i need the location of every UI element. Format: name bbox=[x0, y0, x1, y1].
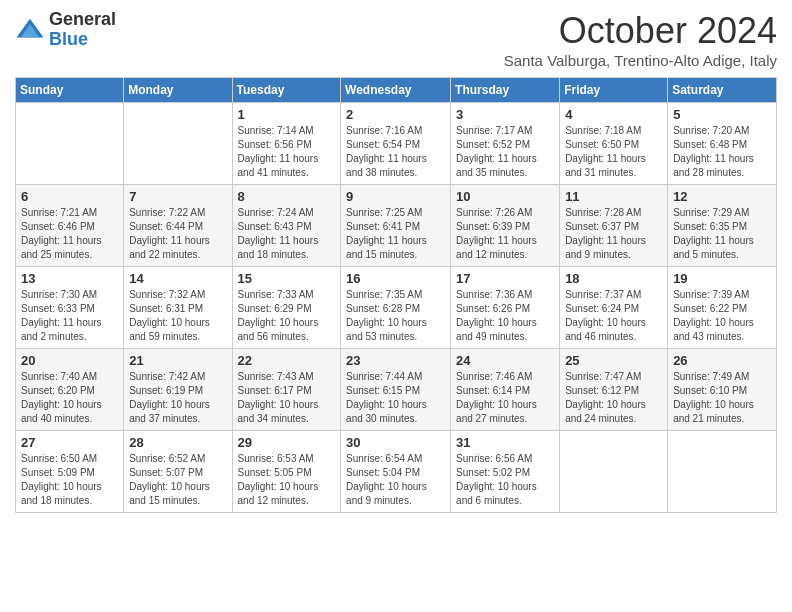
day-info: Sunrise: 6:50 AMSunset: 5:09 PMDaylight:… bbox=[21, 452, 118, 508]
week-row-4: 20Sunrise: 7:40 AMSunset: 6:20 PMDayligh… bbox=[16, 349, 777, 431]
day-info: Sunrise: 7:28 AMSunset: 6:37 PMDaylight:… bbox=[565, 206, 662, 262]
day-number: 2 bbox=[346, 107, 445, 122]
month-title: October 2024 bbox=[504, 10, 777, 52]
calendar-cell: 31Sunrise: 6:56 AMSunset: 5:02 PMDayligh… bbox=[451, 431, 560, 513]
day-info: Sunrise: 7:22 AMSunset: 6:44 PMDaylight:… bbox=[129, 206, 226, 262]
calendar-cell: 15Sunrise: 7:33 AMSunset: 6:29 PMDayligh… bbox=[232, 267, 341, 349]
day-info: Sunrise: 7:14 AMSunset: 6:56 PMDaylight:… bbox=[238, 124, 336, 180]
day-number: 31 bbox=[456, 435, 554, 450]
day-info: Sunrise: 7:21 AMSunset: 6:46 PMDaylight:… bbox=[21, 206, 118, 262]
calendar-cell: 30Sunrise: 6:54 AMSunset: 5:04 PMDayligh… bbox=[341, 431, 451, 513]
day-info: Sunrise: 7:37 AMSunset: 6:24 PMDaylight:… bbox=[565, 288, 662, 344]
header-thursday: Thursday bbox=[451, 78, 560, 103]
day-number: 22 bbox=[238, 353, 336, 368]
calendar-cell: 26Sunrise: 7:49 AMSunset: 6:10 PMDayligh… bbox=[668, 349, 777, 431]
day-number: 11 bbox=[565, 189, 662, 204]
day-info: Sunrise: 6:52 AMSunset: 5:07 PMDaylight:… bbox=[129, 452, 226, 508]
page-header: General Blue October 2024 Santa Valburga… bbox=[15, 10, 777, 69]
day-number: 15 bbox=[238, 271, 336, 286]
day-info: Sunrise: 7:30 AMSunset: 6:33 PMDaylight:… bbox=[21, 288, 118, 344]
day-number: 20 bbox=[21, 353, 118, 368]
week-row-5: 27Sunrise: 6:50 AMSunset: 5:09 PMDayligh… bbox=[16, 431, 777, 513]
header-monday: Monday bbox=[124, 78, 232, 103]
calendar-cell: 11Sunrise: 7:28 AMSunset: 6:37 PMDayligh… bbox=[560, 185, 668, 267]
header-row: SundayMondayTuesdayWednesdayThursdayFrid… bbox=[16, 78, 777, 103]
day-info: Sunrise: 7:25 AMSunset: 6:41 PMDaylight:… bbox=[346, 206, 445, 262]
day-number: 18 bbox=[565, 271, 662, 286]
calendar-cell: 14Sunrise: 7:32 AMSunset: 6:31 PMDayligh… bbox=[124, 267, 232, 349]
calendar-cell: 18Sunrise: 7:37 AMSunset: 6:24 PMDayligh… bbox=[560, 267, 668, 349]
calendar-cell bbox=[16, 103, 124, 185]
header-saturday: Saturday bbox=[668, 78, 777, 103]
calendar-cell: 9Sunrise: 7:25 AMSunset: 6:41 PMDaylight… bbox=[341, 185, 451, 267]
day-info: Sunrise: 7:39 AMSunset: 6:22 PMDaylight:… bbox=[673, 288, 771, 344]
day-number: 19 bbox=[673, 271, 771, 286]
day-number: 24 bbox=[456, 353, 554, 368]
calendar-cell: 1Sunrise: 7:14 AMSunset: 6:56 PMDaylight… bbox=[232, 103, 341, 185]
day-number: 3 bbox=[456, 107, 554, 122]
calendar-cell: 23Sunrise: 7:44 AMSunset: 6:15 PMDayligh… bbox=[341, 349, 451, 431]
day-info: Sunrise: 7:26 AMSunset: 6:39 PMDaylight:… bbox=[456, 206, 554, 262]
calendar-cell bbox=[668, 431, 777, 513]
header-friday: Friday bbox=[560, 78, 668, 103]
day-number: 28 bbox=[129, 435, 226, 450]
day-number: 13 bbox=[21, 271, 118, 286]
calendar-cell: 16Sunrise: 7:35 AMSunset: 6:28 PMDayligh… bbox=[341, 267, 451, 349]
header-wednesday: Wednesday bbox=[341, 78, 451, 103]
day-number: 12 bbox=[673, 189, 771, 204]
day-number: 26 bbox=[673, 353, 771, 368]
day-number: 5 bbox=[673, 107, 771, 122]
calendar-cell: 10Sunrise: 7:26 AMSunset: 6:39 PMDayligh… bbox=[451, 185, 560, 267]
day-info: Sunrise: 7:20 AMSunset: 6:48 PMDaylight:… bbox=[673, 124, 771, 180]
day-number: 30 bbox=[346, 435, 445, 450]
week-row-2: 6Sunrise: 7:21 AMSunset: 6:46 PMDaylight… bbox=[16, 185, 777, 267]
calendar-cell: 24Sunrise: 7:46 AMSunset: 6:14 PMDayligh… bbox=[451, 349, 560, 431]
day-number: 29 bbox=[238, 435, 336, 450]
calendar-cell: 8Sunrise: 7:24 AMSunset: 6:43 PMDaylight… bbox=[232, 185, 341, 267]
day-number: 17 bbox=[456, 271, 554, 286]
day-number: 6 bbox=[21, 189, 118, 204]
calendar-cell: 6Sunrise: 7:21 AMSunset: 6:46 PMDaylight… bbox=[16, 185, 124, 267]
day-number: 27 bbox=[21, 435, 118, 450]
logo-text: General Blue bbox=[49, 10, 116, 50]
calendar-cell: 4Sunrise: 7:18 AMSunset: 6:50 PMDaylight… bbox=[560, 103, 668, 185]
calendar-cell: 3Sunrise: 7:17 AMSunset: 6:52 PMDaylight… bbox=[451, 103, 560, 185]
day-number: 10 bbox=[456, 189, 554, 204]
day-number: 23 bbox=[346, 353, 445, 368]
day-info: Sunrise: 7:17 AMSunset: 6:52 PMDaylight:… bbox=[456, 124, 554, 180]
day-info: Sunrise: 7:43 AMSunset: 6:17 PMDaylight:… bbox=[238, 370, 336, 426]
day-info: Sunrise: 7:16 AMSunset: 6:54 PMDaylight:… bbox=[346, 124, 445, 180]
day-number: 1 bbox=[238, 107, 336, 122]
day-number: 25 bbox=[565, 353, 662, 368]
day-info: Sunrise: 7:29 AMSunset: 6:35 PMDaylight:… bbox=[673, 206, 771, 262]
header-sunday: Sunday bbox=[16, 78, 124, 103]
week-row-3: 13Sunrise: 7:30 AMSunset: 6:33 PMDayligh… bbox=[16, 267, 777, 349]
logo: General Blue bbox=[15, 10, 116, 50]
day-number: 21 bbox=[129, 353, 226, 368]
day-info: Sunrise: 6:56 AMSunset: 5:02 PMDaylight:… bbox=[456, 452, 554, 508]
calendar-cell: 22Sunrise: 7:43 AMSunset: 6:17 PMDayligh… bbox=[232, 349, 341, 431]
day-info: Sunrise: 7:36 AMSunset: 6:26 PMDaylight:… bbox=[456, 288, 554, 344]
calendar-cell: 7Sunrise: 7:22 AMSunset: 6:44 PMDaylight… bbox=[124, 185, 232, 267]
calendar-cell bbox=[124, 103, 232, 185]
logo-general-text: General bbox=[49, 10, 116, 30]
day-info: Sunrise: 7:46 AMSunset: 6:14 PMDaylight:… bbox=[456, 370, 554, 426]
calendar-cell: 5Sunrise: 7:20 AMSunset: 6:48 PMDaylight… bbox=[668, 103, 777, 185]
calendar-cell: 28Sunrise: 6:52 AMSunset: 5:07 PMDayligh… bbox=[124, 431, 232, 513]
title-section: October 2024 Santa Valburga, Trentino-Al… bbox=[504, 10, 777, 69]
calendar-cell: 20Sunrise: 7:40 AMSunset: 6:20 PMDayligh… bbox=[16, 349, 124, 431]
day-info: Sunrise: 7:47 AMSunset: 6:12 PMDaylight:… bbox=[565, 370, 662, 426]
day-info: Sunrise: 7:35 AMSunset: 6:28 PMDaylight:… bbox=[346, 288, 445, 344]
day-info: Sunrise: 7:33 AMSunset: 6:29 PMDaylight:… bbox=[238, 288, 336, 344]
calendar-cell: 17Sunrise: 7:36 AMSunset: 6:26 PMDayligh… bbox=[451, 267, 560, 349]
calendar-cell: 27Sunrise: 6:50 AMSunset: 5:09 PMDayligh… bbox=[16, 431, 124, 513]
calendar-cell: 2Sunrise: 7:16 AMSunset: 6:54 PMDaylight… bbox=[341, 103, 451, 185]
calendar-cell: 29Sunrise: 6:53 AMSunset: 5:05 PMDayligh… bbox=[232, 431, 341, 513]
logo-icon bbox=[15, 15, 45, 45]
day-number: 8 bbox=[238, 189, 336, 204]
calendar-table: SundayMondayTuesdayWednesdayThursdayFrid… bbox=[15, 77, 777, 513]
logo-blue-text: Blue bbox=[49, 30, 116, 50]
day-info: Sunrise: 7:32 AMSunset: 6:31 PMDaylight:… bbox=[129, 288, 226, 344]
calendar-cell bbox=[560, 431, 668, 513]
week-row-1: 1Sunrise: 7:14 AMSunset: 6:56 PMDaylight… bbox=[16, 103, 777, 185]
